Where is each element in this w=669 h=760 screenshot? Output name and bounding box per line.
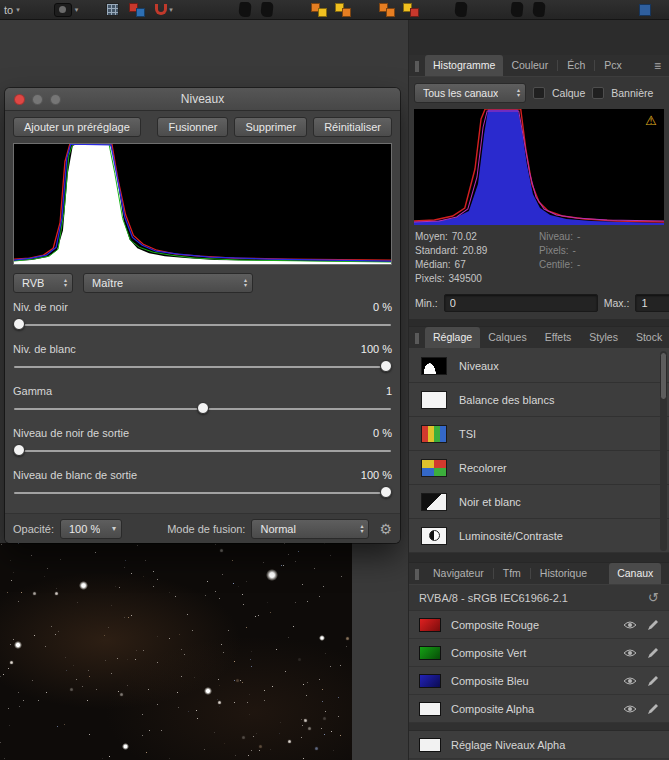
output-black-slider[interactable] (13, 441, 392, 461)
pencil-icon[interactable] (648, 675, 659, 686)
tab-navigateur[interactable]: Navigateur (425, 563, 492, 584)
list-item-recolorer[interactable]: Recolorer (409, 451, 669, 485)
panel-menu-icon[interactable]: ≡ (650, 59, 665, 76)
channel-row-vert[interactable]: Composite Vert (409, 639, 669, 667)
tool-icon[interactable] (238, 2, 252, 17)
list-item-balance-des-blancs[interactable]: Balance des blancs (409, 383, 669, 417)
tab-canaux[interactable]: Canaux (609, 563, 661, 584)
max-input[interactable] (635, 294, 669, 312)
color-swatch-pair-icon[interactable] (311, 3, 327, 17)
stat-label: Centile: (539, 259, 573, 273)
tab-styles[interactable]: Styles (581, 327, 626, 348)
master-dropdown[interactable]: Maître ▴▾ (83, 273, 253, 293)
list-item-tsi[interactable]: TSI (409, 417, 669, 451)
tab-ech[interactable]: Éch (559, 55, 593, 76)
pencil-icon[interactable] (648, 619, 659, 630)
color-swatch-pair-icon[interactable] (403, 3, 419, 17)
grid-icon[interactable] (106, 3, 119, 16)
slider-label: Gamma (13, 385, 52, 399)
scrollbar-thumb[interactable] (660, 352, 667, 400)
tab-calques[interactable]: Calques (480, 327, 535, 348)
slider-thumb[interactable] (380, 486, 392, 498)
calque-checkbox[interactable] (533, 87, 545, 99)
dialog-titlebar[interactable]: Niveaux (5, 88, 400, 111)
swatch-overlap-icon[interactable] (129, 3, 145, 17)
eye-icon[interactable] (623, 620, 637, 630)
color-swatch-pair-icon[interactable] (335, 3, 351, 17)
tab-histogramme[interactable]: Histogramme (425, 55, 503, 76)
slider-value: 0 % (373, 301, 392, 315)
chevron-down-icon[interactable]: ▾ (75, 6, 79, 14)
slider-track (14, 492, 391, 494)
white-level-slider[interactable] (13, 357, 392, 377)
reset-icon[interactable]: ↺ (648, 590, 659, 605)
opacity-dropdown[interactable]: 100 % ▾ (60, 519, 122, 539)
scrollbar[interactable] (660, 351, 667, 551)
tab-couleur[interactable]: Couleur (503, 55, 556, 76)
channel-label: Composite Alpha (451, 703, 534, 715)
eye-icon[interactable] (623, 648, 637, 658)
gamma-slider[interactable] (13, 399, 392, 419)
tab-stock[interactable]: Stock (628, 327, 669, 348)
slider-thumb[interactable] (380, 360, 392, 372)
stepper-icon: ▴▾ (511, 88, 520, 98)
canvas-image[interactable] (0, 543, 352, 760)
tool-icon[interactable] (532, 2, 546, 17)
eye-icon[interactable] (623, 676, 637, 686)
tab-effets[interactable]: Effets (537, 327, 580, 348)
app-dropdown[interactable]: to ▾ (4, 4, 20, 16)
list-item-luminosite-contraste[interactable]: Luminosité/Contraste (409, 519, 669, 553)
slider-thumb[interactable] (13, 318, 25, 330)
panel-drag-handle-icon[interactable] (415, 569, 419, 580)
pencil-icon[interactable] (648, 647, 659, 658)
slider-value: 0 % (373, 427, 392, 441)
panel-drag-handle-icon[interactable] (415, 333, 419, 344)
minimize-button[interactable] (32, 94, 43, 105)
tab-historique[interactable]: Historique (532, 563, 595, 584)
banniere-checkbox[interactable] (592, 87, 604, 99)
gear-icon[interactable]: ⚙ (375, 521, 392, 537)
eye-icon[interactable] (623, 704, 637, 714)
channel-group-separator (409, 723, 669, 731)
slider-thumb[interactable] (13, 444, 25, 456)
list-item-noir-et-blanc[interactable]: Noir et blanc (409, 485, 669, 519)
black-level-slider[interactable] (13, 315, 392, 335)
slider-thumb[interactable] (197, 402, 209, 414)
white-level-slider-group: Niv. de blanc 100 % (13, 343, 392, 377)
bright-star (266, 569, 278, 581)
channel-row-reglage-niveaux-alpha[interactable]: Réglage Niveaux Alpha (409, 731, 669, 759)
chevron-down-icon: ▾ (16, 6, 20, 14)
chevron-down-icon[interactable]: ▾ (169, 6, 173, 14)
channel-dropdown[interactable]: RVB ▴▾ (13, 273, 73, 293)
blue-swatch-icon[interactable] (639, 4, 651, 16)
channels-dropdown[interactable]: Tous les canaux ▴▾ (414, 83, 526, 103)
blend-mode-dropdown[interactable]: Normal ▴▾ (251, 519, 369, 539)
tab-reglage[interactable]: Réglage (425, 327, 480, 348)
zoom-button[interactable] (50, 94, 61, 105)
tab-pcx[interactable]: Pcx (596, 55, 630, 76)
add-preset-button[interactable]: Ajouter un préréglage (13, 117, 141, 137)
reset-button[interactable]: Réinitialiser (313, 117, 392, 137)
tool-icon[interactable] (454, 2, 468, 17)
tab-tfm[interactable]: Tfm (495, 563, 529, 584)
list-item-niveaux[interactable]: Niveaux (409, 349, 669, 383)
tool-icon[interactable] (510, 2, 524, 17)
merge-button[interactable]: Fusionner (157, 117, 228, 137)
tool-icon[interactable] (260, 2, 274, 17)
camera-tool-icon[interactable] (54, 3, 72, 17)
stat-value: 349500 (448, 273, 481, 287)
pencil-icon[interactable] (648, 703, 659, 714)
close-button[interactable] (14, 94, 25, 105)
color-swatch-pair-icon[interactable] (379, 3, 395, 17)
list-item-label: Balance des blancs (459, 394, 554, 406)
magnet-snapping-icon[interactable] (155, 4, 167, 15)
channel-row-alpha[interactable]: Composite Alpha (409, 695, 669, 723)
output-white-slider[interactable] (13, 483, 392, 503)
channel-row-bleu[interactable]: Composite Bleu (409, 667, 669, 695)
warning-icon[interactable]: ⚠ (645, 113, 657, 128)
min-input[interactable] (444, 294, 598, 312)
channel-row-rouge[interactable]: Composite Rouge (409, 611, 669, 639)
panel-drag-handle-icon[interactable] (415, 61, 419, 72)
top-toolbar: to ▾ ▾ ▾ (0, 0, 669, 20)
delete-button[interactable]: Supprimer (234, 117, 307, 137)
